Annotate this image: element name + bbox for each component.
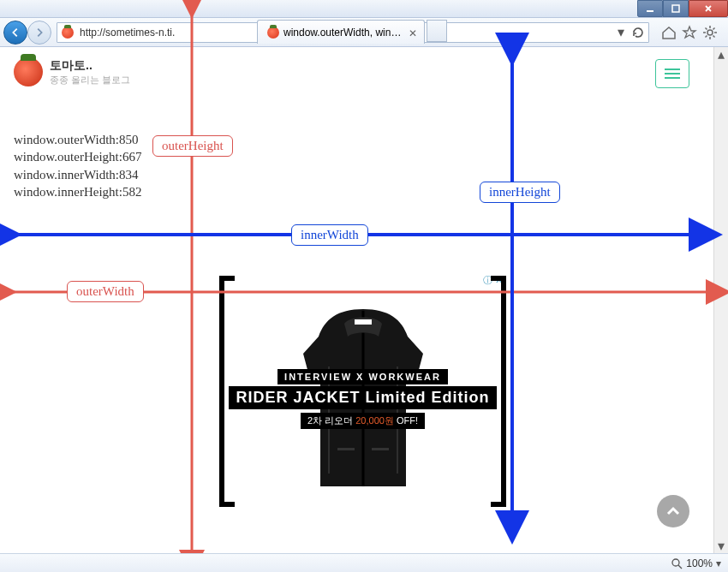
tab-close-icon[interactable]: ✕ — [409, 27, 419, 38]
blog-logo — [14, 57, 43, 86]
zoom-level: 100% — [686, 557, 713, 569]
label-outerWidth: outerWidth — [67, 281, 144, 302]
label-innerWidth: innerWidth — [291, 224, 368, 246]
blog-subtitle: 종종 올리는 블로그 — [50, 74, 130, 86]
svg-line-11 — [678, 565, 682, 569]
readout-line: window.outerHeight:667 — [14, 148, 700, 165]
label-outerHeight: outerHeight — [152, 135, 233, 157]
dropdown-icon[interactable]: ▾ — [614, 26, 628, 39]
dimension-readout: window.outerWidth:850 window.outerHeight… — [14, 131, 700, 200]
home-icon[interactable] — [661, 25, 677, 40]
readout-line: window.outerWidth:850 — [14, 131, 700, 148]
blog-header: 토마토.. 종종 올리는 블로그 — [14, 57, 700, 86]
svg-point-2 — [707, 30, 713, 35]
close-button[interactable] — [689, 0, 728, 17]
tab-bar: window.outerWidth, windo... ✕ — [257, 20, 447, 44]
window-titlebar — [0, 0, 728, 18]
tab-title: window.outerWidth, windo... — [283, 27, 403, 39]
readout-line: window.innerHeight:582 — [14, 183, 700, 200]
svg-rect-1 — [672, 5, 679, 12]
tab-favicon — [266, 26, 280, 39]
favorites-icon[interactable] — [682, 25, 697, 40]
settings-icon[interactable] — [702, 25, 718, 40]
scroll-to-top-button[interactable] — [657, 495, 689, 527]
new-tab-button[interactable] — [427, 20, 447, 42]
readout-line: window.innerWidth:834 — [14, 166, 700, 183]
refresh-icon[interactable] — [631, 26, 645, 39]
svg-rect-4 — [372, 448, 389, 450]
browser-tab[interactable]: window.outerWidth, windo... ✕ — [257, 20, 425, 44]
svg-rect-0 — [647, 10, 653, 12]
arrow-right-icon — [33, 27, 45, 39]
svg-rect-5 — [355, 319, 372, 325]
scroll-up-icon[interactable]: ▴ — [714, 47, 728, 62]
menu-button[interactable] — [655, 59, 689, 88]
zoom-dropdown[interactable]: ▾ — [716, 557, 721, 569]
chevron-up-icon — [665, 503, 682, 520]
forward-button[interactable] — [27, 21, 51, 45]
svg-rect-3 — [337, 448, 355, 450]
advertisement[interactable]: ⓘ ✕ INTERVIEW X WORKWEAR RIDER JACKET Li… — [219, 272, 506, 512]
status-bar: 100% ▾ — [0, 553, 728, 572]
blog-title: 토마토.. — [50, 58, 130, 74]
label-innerHeight: innerHeight — [480, 182, 560, 203]
hamburger-icon — [665, 73, 680, 74]
vertical-scrollbar[interactable]: ▴ ▾ — [713, 47, 728, 553]
site-favicon — [61, 26, 75, 39]
ad-text: INTERVIEW X WORKWEAR RIDER JACKET Limite… — [219, 368, 506, 429]
minimize-button[interactable] — [637, 0, 663, 17]
maximize-button[interactable] — [663, 0, 689, 17]
svg-point-10 — [672, 559, 679, 566]
zoom-icon[interactable] — [671, 557, 683, 569]
back-button[interactable] — [3, 21, 27, 45]
arrow-left-icon — [9, 27, 21, 39]
scroll-down-icon[interactable]: ▾ — [714, 539, 728, 553]
